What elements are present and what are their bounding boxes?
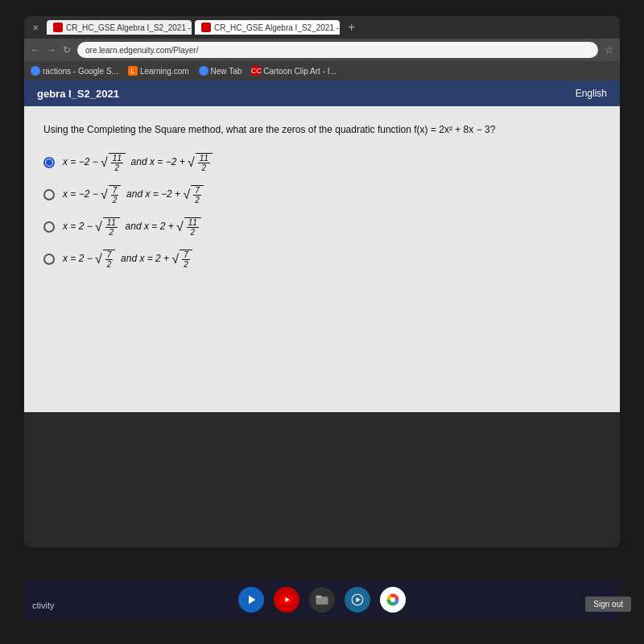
new-tab-button[interactable]: + xyxy=(343,20,360,35)
tab-favicon-1 xyxy=(53,23,63,32)
app-language: English xyxy=(576,88,607,99)
option-1[interactable]: x = −2 − √ 112 and x = −2 + √ 112 xyxy=(43,153,601,172)
play-icon xyxy=(244,592,258,607)
tab-label-2: CR_HC_GSE Algebra I_S2_2021 - xyxy=(214,23,339,32)
sqrt-7-2-c: √ 72 xyxy=(95,250,115,269)
tab-inactive[interactable]: CR_HC_GSE Algebra I_S2_2021 - xyxy=(47,20,192,35)
bookmark-label-2: Learning.com xyxy=(140,67,189,76)
bookmark-label-1: ractions - Google S... xyxy=(43,67,118,76)
laptop-screen: ✕ CR_HC_GSE Algebra I_S2_2021 - CR_HC_GS… xyxy=(24,16,620,547)
question-text: Using the Completing the Square method, … xyxy=(43,122,601,137)
address-bar: ← → ↻ ☆ xyxy=(24,39,620,61)
radio-2[interactable] xyxy=(43,189,55,200)
youtube-taskbar-icon[interactable] xyxy=(274,587,299,613)
options-list: x = −2 − √ 112 and x = −2 + √ 112 x = xyxy=(43,153,601,269)
bookmark-favicon-4: CC xyxy=(251,66,261,76)
app-title: gebra I_S2_2021 xyxy=(37,88,119,100)
sqrt-11-2-b: √ 112 xyxy=(188,153,213,172)
chrome-icon xyxy=(386,592,400,607)
option-1-label: x = −2 − √ 112 and x = −2 + √ 112 xyxy=(63,153,213,172)
back-button[interactable]: ← xyxy=(31,44,40,56)
bookmark-label-4: Cartoon Clip Art - I... xyxy=(263,67,336,76)
option-4[interactable]: x = 2 − √ 72 and x = 2 + √ 72 xyxy=(43,250,601,269)
chrome-taskbar-icon[interactable] xyxy=(380,587,406,613)
play-taskbar-icon[interactable] xyxy=(238,587,264,613)
bookmark-favicon-3 xyxy=(199,66,208,76)
bookmark-favicon-2: L xyxy=(128,66,138,76)
option-4-label: x = 2 − √ 72 and x = 2 + √ 72 xyxy=(63,250,192,269)
sqrt-11-2-d: √ 112 xyxy=(176,217,201,237)
youtube-icon xyxy=(279,592,294,607)
content-area: Using the Completing the Square method, … xyxy=(24,106,620,412)
app-header: gebra I_S2_2021 English xyxy=(24,80,620,106)
tab-close-x[interactable]: ✕ xyxy=(27,22,43,34)
activity-label: ctivity xyxy=(32,601,55,610)
tab-favicon-2 xyxy=(201,23,211,32)
option-2[interactable]: x = −2 − √ 72 and x = −2 + √ 72 xyxy=(43,185,601,204)
bookmarks-bar: ractions - Google S... L Learning.com Ne… xyxy=(24,61,620,80)
sqrt-7-2-b: √ 72 xyxy=(183,185,203,204)
bookmark-favicon-1 xyxy=(31,66,40,76)
option-2-label: x = −2 − √ 72 and x = −2 + √ 72 xyxy=(63,185,204,204)
sqrt-7-2-d: √ 72 xyxy=(171,250,192,269)
radio-3[interactable] xyxy=(43,221,55,233)
bookmark-learning[interactable]: L Learning.com xyxy=(128,66,189,76)
reload-button[interactable]: ↻ xyxy=(63,44,71,56)
bookmark-label-3: New Tab xyxy=(211,67,242,76)
tab-bar: ✕ CR_HC_GSE Algebra I_S2_2021 - CR_HC_GS… xyxy=(24,16,620,39)
sqrt-11-2-c: √ 112 xyxy=(95,217,120,237)
taskbar xyxy=(24,580,620,620)
option-3-label: x = 2 − √ 112 and x = 2 + √ 112 xyxy=(63,217,201,237)
files-taskbar-icon[interactable] xyxy=(309,587,335,613)
address-input[interactable] xyxy=(77,42,598,58)
svg-point-8 xyxy=(390,597,395,602)
svg-rect-4 xyxy=(316,596,322,598)
option-3[interactable]: x = 2 − √ 112 and x = 2 + √ 112 xyxy=(43,217,601,237)
media-icon xyxy=(350,592,365,607)
sqrt-11-2-a: √ 112 xyxy=(101,153,126,172)
bookmark-fractions[interactable]: ractions - Google S... xyxy=(31,66,118,76)
media-taskbar-icon[interactable] xyxy=(345,587,370,613)
radio-4[interactable] xyxy=(43,254,55,265)
radio-1[interactable] xyxy=(43,157,55,168)
sqrt-7-2-a: √ 72 xyxy=(101,185,121,204)
bookmark-star[interactable]: ☆ xyxy=(605,44,613,56)
bookmark-cartoon[interactable]: CC Cartoon Clip Art - I... xyxy=(251,66,336,76)
tab-label-1: CR_HC_GSE Algebra I_S2_2021 - xyxy=(66,23,191,32)
svg-marker-0 xyxy=(249,596,255,605)
forward-button[interactable]: → xyxy=(47,44,56,56)
folder-icon xyxy=(315,592,329,607)
bookmark-newtab[interactable]: New Tab xyxy=(199,66,242,76)
tab-active[interactable]: CR_HC_GSE Algebra I_S2_2021 - ✕ xyxy=(195,20,340,35)
sign-out-button[interactable]: Sign out xyxy=(585,597,631,612)
